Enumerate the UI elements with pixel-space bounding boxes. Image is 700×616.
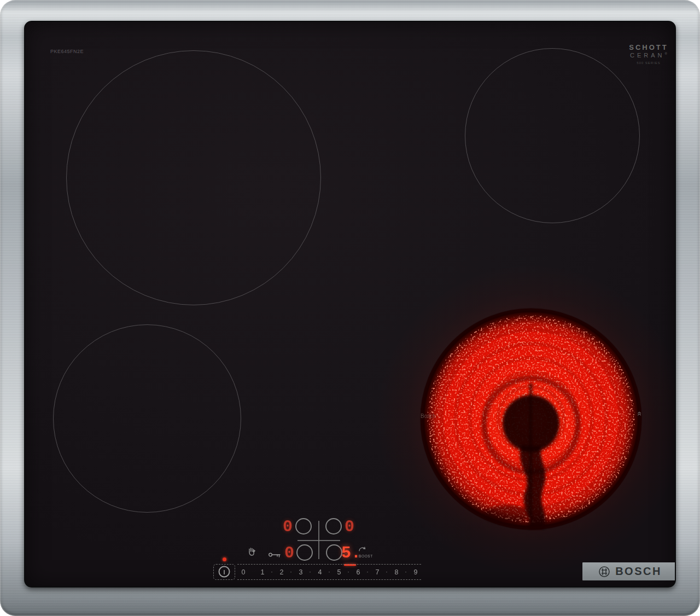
slider-level-5[interactable]: 5 — [335, 567, 343, 578]
active-burner-glow — [419, 307, 643, 531]
bosch-wordmark: BOSCH — [615, 565, 662, 578]
dual-zone-chevron-icon: » — [634, 411, 643, 416]
schott-ceran-logo: SCHOTT CERAN® 500 SERIES — [616, 44, 676, 65]
zone-select-top-right[interactable] — [325, 518, 342, 534]
display-top-left: 0 — [283, 518, 293, 536]
boost-label[interactable]: BOOST — [359, 554, 373, 558]
power-indicator-dot — [223, 557, 226, 561]
burner-zone-bottom-left — [53, 324, 241, 513]
zone-select-top-left[interactable] — [295, 518, 312, 534]
slider-dot: · — [384, 566, 389, 577]
slider-level-4[interactable]: 4 — [316, 567, 324, 578]
burner-watermark: Bosch — [421, 413, 436, 419]
slider-level-9[interactable]: 9 — [411, 567, 420, 578]
boost-icon[interactable] — [358, 545, 366, 553]
bosch-badge: BOSCH — [582, 562, 676, 580]
ceramic-glass-surface: PKE645FN2E SCHOTT CERAN® 500 SERIES — [24, 21, 676, 588]
key-lock-icon[interactable] — [268, 551, 282, 559]
series-text: 500 SERIES — [616, 61, 676, 65]
slider-level-8[interactable]: 8 — [392, 567, 401, 578]
hand-lock-icon[interactable] — [246, 546, 257, 557]
slider-level-1[interactable]: 1 — [258, 567, 267, 578]
slider-dot: · — [403, 566, 409, 577]
registered-trademark: ® — [665, 52, 667, 55]
display-top-right: 0 — [345, 518, 354, 536]
slider-level-2[interactable]: 2 — [277, 567, 286, 578]
bosch-armature-icon — [598, 566, 610, 578]
power-button[interactable]: I — [219, 566, 230, 578]
slider-dot: · — [346, 566, 351, 577]
schott-ceran-line1: SCHOTT — [616, 44, 676, 52]
schott-ceran-line2: CERAN — [630, 52, 665, 59]
burner-zone-top-left — [66, 50, 321, 305]
display-bottom-left: 0 — [284, 544, 294, 562]
slider-dot: · — [288, 566, 294, 577]
slider-dot: · — [307, 566, 313, 577]
burner-zone-top-right — [465, 48, 640, 223]
slider-dot: · — [326, 566, 332, 577]
zone-select-bottom-left[interactable] — [296, 544, 313, 561]
slider-dot: · — [269, 566, 275, 577]
power-symbol: I — [223, 568, 225, 575]
slider-level-0[interactable]: 0 — [239, 567, 248, 578]
slider-level-6[interactable]: 6 — [354, 567, 363, 578]
control-panel: 0 0 0 5. BOOST I 0 1 · — [209, 510, 428, 588]
zone-select-bottom-right[interactable] — [326, 544, 342, 561]
slider-level-7[interactable]: 7 — [373, 567, 382, 578]
cooktop: PKE645FN2E SCHOTT CERAN® 500 SERIES — [0, 0, 700, 616]
slider-dot: · — [365, 566, 370, 577]
model-code: PKE645FN2E — [50, 49, 84, 54]
zone-map-horizontal-divider — [298, 540, 340, 541]
slider-level-3[interactable]: 3 — [296, 567, 305, 578]
